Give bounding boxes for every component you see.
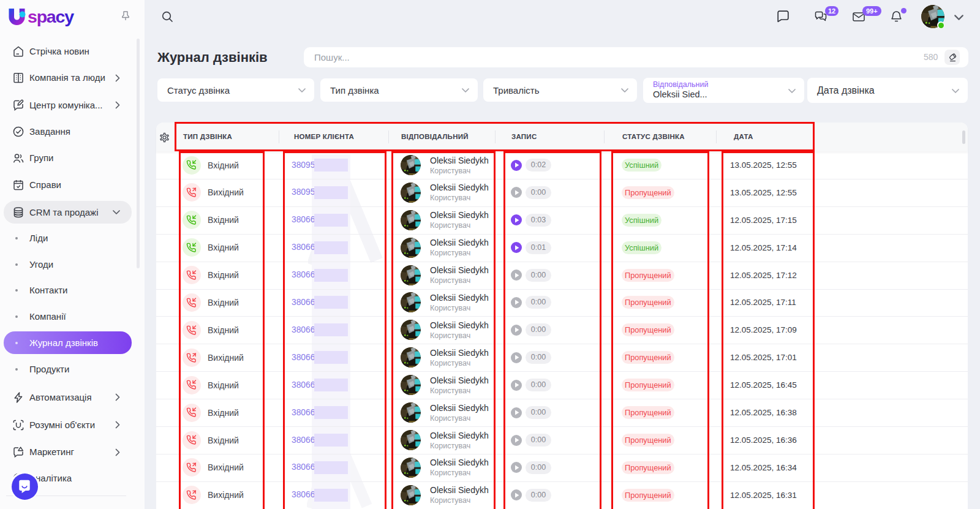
svg-text:spacy: spacy <box>28 7 74 26</box>
